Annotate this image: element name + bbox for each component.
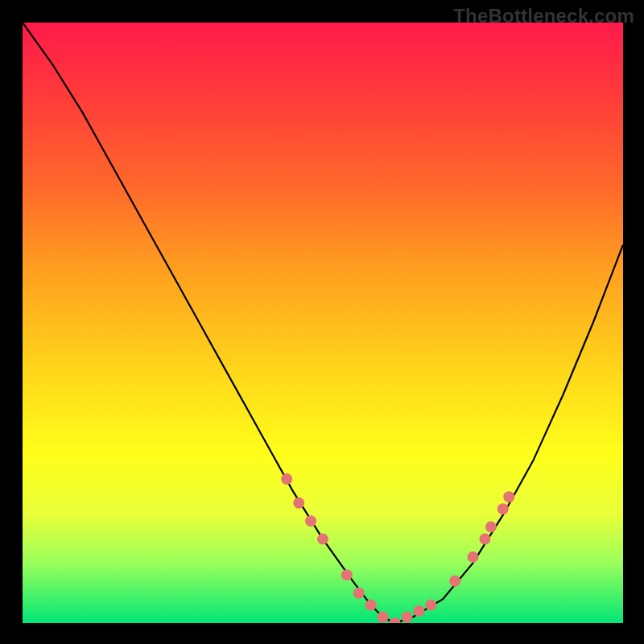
highlight-dot [281,473,292,485]
highlight-dot [401,612,412,623]
chart-frame: TheBottleneck.com [0,0,644,644]
highlight-dot [468,551,479,563]
highlight-dot [497,503,509,514]
highlight-dot [503,491,514,502]
highlight-dot [425,600,436,611]
highlight-dot [365,600,377,611]
highlight-dot [305,515,316,526]
highlight-dot [479,534,490,545]
highlight-dot [293,497,304,509]
highlight-dot [341,569,353,580]
bottleneck-curve-path [23,23,623,623]
highlight-dot [413,605,424,617]
curve-group [23,23,623,623]
marker-group [281,473,514,623]
highlight-dot [449,576,460,587]
highlight-dot [390,617,401,623]
highlight-dot [485,522,497,533]
highlight-dot [378,612,389,623]
highlight-dot [317,534,328,545]
chart-overlay [23,23,623,623]
highlight-dot [353,588,365,599]
watermark-text: TheBottleneck.com [453,5,634,27]
